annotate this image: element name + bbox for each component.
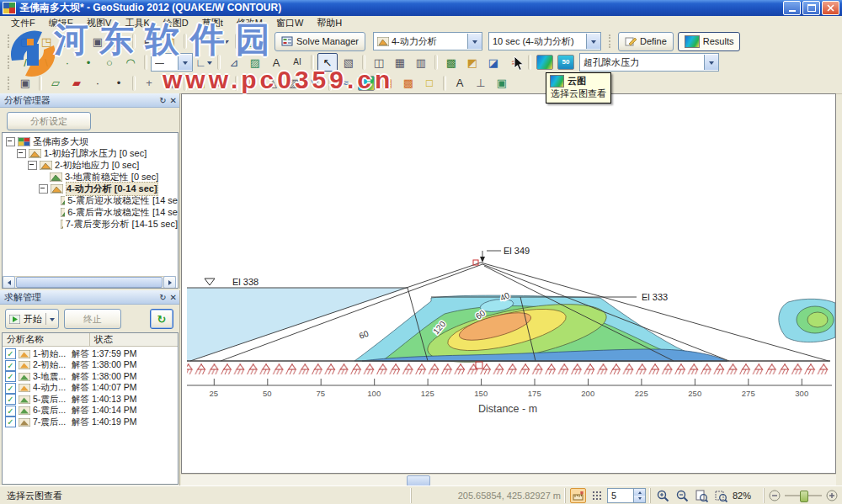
solve-panel-titlebar[interactable]: 求解管理 ↻ ✕ <box>0 290 179 305</box>
column-status[interactable]: 状态 <box>90 333 113 346</box>
zo om-in-icon[interactable] <box>655 488 671 503</box>
contour-b-icon[interactable] <box>358 76 375 91</box>
mesh-orange-b-icon[interactable]: ▩ <box>398 74 418 93</box>
collapse-icon[interactable] <box>28 161 37 170</box>
analysis-tree[interactable]: 圣佛南多大坝 1-初始孔隙水压力 [0 sec] 2-初始地应力 [0 sec]… <box>2 132 179 289</box>
view-materials-icon[interactable]: ◩ <box>462 53 482 72</box>
checkbox[interactable]: ✓ <box>5 371 16 382</box>
mesh-orange-icon[interactable]: ▦ <box>377 74 397 93</box>
analysis-combobox[interactable]: 4-动力分析 <box>373 32 482 50</box>
draw-nodes-icon[interactable]: • <box>109 74 129 93</box>
checkbox[interactable]: ✓ <box>5 383 16 394</box>
checkbox[interactable]: ✓ <box>5 394 16 405</box>
chevron-down-icon[interactable] <box>467 34 482 49</box>
copy-icon[interactable]: ◧ <box>139 32 159 50</box>
bc-fixed-icon[interactable]: ▮ <box>242 74 262 93</box>
mesh-icon[interactable]: ▦ <box>160 74 180 93</box>
menu-draw[interactable]: 绘图D <box>157 16 195 30</box>
chevron-down-icon[interactable] <box>178 55 192 70</box>
slider-plus-icon[interactable] <box>826 490 838 501</box>
results-button[interactable]: Results <box>678 32 741 51</box>
measure-tool-icon[interactable] <box>570 488 586 503</box>
animation-icon[interactable]: ▥ <box>411 53 431 72</box>
refresh-button[interactable]: ↻ <box>150 309 173 329</box>
draw-points-icon[interactable]: · <box>88 74 108 93</box>
solve-row[interactable]: ✓ 4-动力... 解答 1:40:07 PM <box>3 383 178 395</box>
restore-button[interactable] <box>802 1 820 15</box>
menu-sketch[interactable]: 草图t <box>196 16 229 30</box>
toolbar-grip[interactable] <box>8 56 12 69</box>
draw-arc-icon[interactable]: ◠ <box>120 53 141 72</box>
zoom-out-icon[interactable] <box>674 488 690 503</box>
draw-circle-icon[interactable]: ○ <box>99 53 120 72</box>
define-button[interactable]: Define <box>618 32 674 51</box>
note-icon[interactable]: □ <box>419 74 440 93</box>
select-arrow-icon[interactable]: ↖ <box>317 53 338 72</box>
image-view-icon[interactable]: ▣ <box>492 74 512 93</box>
keyin-data-icon[interactable]: ▣ <box>15 74 35 93</box>
start-button[interactable]: 开始 <box>5 309 59 329</box>
tree-horizontal-scrollbar[interactable] <box>3 276 176 288</box>
draw-regions-icon[interactable]: ▱ <box>45 74 66 93</box>
bc-water-icon[interactable]: ▽ <box>305 74 325 93</box>
view-regions-icon[interactable]: ◪ <box>483 53 504 72</box>
close-button[interactable] <box>822 1 839 15</box>
contour-view-icon[interactable] <box>536 55 553 70</box>
grid-toggle-icon[interactable] <box>589 488 605 503</box>
toolbar-grip[interactable] <box>8 34 12 48</box>
line-style-combobox[interactable]: — <box>151 53 193 72</box>
draw-point-icon[interactable]: · <box>57 53 77 72</box>
collapse-icon[interactable] <box>39 184 48 194</box>
save-icon[interactable]: ▦ <box>57 32 77 50</box>
collapse-icon[interactable] <box>6 137 15 146</box>
zoom-slider[interactable] <box>764 488 842 503</box>
sketch-axes-icon[interactable]: ∟ <box>194 53 214 72</box>
drawing-canvas[interactable]: El 349 El 338 El 333 60 120 60 40 255075… <box>181 93 836 474</box>
tree-item-4-selected[interactable]: 4-动力分析 [0-14 sec] <box>3 183 178 194</box>
checkbox[interactable]: ✓ <box>5 416 16 427</box>
close-icon[interactable]: ✕ <box>170 96 177 105</box>
menu-file[interactable]: 文件F <box>5 16 41 30</box>
toolbar-grip[interactable] <box>609 34 613 48</box>
scroll-left-icon[interactable] <box>3 276 15 289</box>
tree-item-7[interactable]: 7-震后变形分析 [14-15 sec] <box>3 218 178 230</box>
flux-icon[interactable]: ≈ <box>335 74 355 93</box>
checkbox[interactable]: ✓ <box>5 348 16 359</box>
menu-help[interactable]: 帮助H <box>311 16 348 30</box>
zoom-objects-icon[interactable] <box>713 488 729 503</box>
menu-edit[interactable]: 编辑E <box>43 16 79 30</box>
redo-icon[interactable]: ↷ <box>211 32 232 50</box>
spin-up-icon[interactable] <box>634 489 645 496</box>
analysis-settings-button[interactable]: 分析设定 <box>7 112 91 130</box>
measure-icon[interactable]: ⊥ <box>471 74 491 93</box>
tree-item-5[interactable]: 5-震后迎水坡稳定性 [14 se <box>3 194 178 206</box>
chevron-down-icon[interactable] <box>50 318 55 324</box>
analysis-panel-titlebar[interactable]: 分析管理器 ↻ ✕ <box>0 93 179 108</box>
column-name[interactable]: 分析名称 <box>3 333 90 346</box>
tree-item-1[interactable]: 1-初始孔隙水压力 [0 sec] <box>3 147 178 159</box>
bc-slope-icon[interactable]: ◭ <box>263 74 283 93</box>
menu-keyin[interactable]: 工具K <box>119 16 155 30</box>
checkbox[interactable]: ✓ <box>5 360 16 371</box>
draw-slope-line-icon[interactable]: / <box>15 53 35 72</box>
toolbar-grip[interactable] <box>8 77 12 90</box>
stop-button[interactable]: 终止 <box>64 309 121 329</box>
auto-hide-icon[interactable]: ↻ <box>159 293 166 302</box>
slider-thumb[interactable] <box>800 491 808 502</box>
grid-spacing-spinner[interactable]: 5 <box>607 488 646 503</box>
text-box-icon[interactable]: AI <box>287 53 307 72</box>
menu-modify[interactable]: 修改M <box>231 16 269 30</box>
solve-row[interactable]: ✓ 3-地震... 解答 1:38:00 PM <box>3 371 178 383</box>
checkbox[interactable]: ✓ <box>5 406 16 416</box>
menu-view[interactable]: 视图V <box>81 16 117 30</box>
open-folder-icon[interactable]: ◳ <box>36 32 56 50</box>
isoline-view-icon[interactable]: 50 <box>557 55 574 70</box>
scroll-right-icon[interactable] <box>163 276 176 289</box>
solve-manager-button[interactable]: Solve Manager <box>274 32 365 51</box>
tree-item-2[interactable]: 2-初始地应力 [0 sec] <box>3 159 178 171</box>
grid-icon[interactable]: + <box>139 74 159 93</box>
solve-row[interactable]: ✓ 7-震后... 解答 1:40:19 PM <box>3 416 178 428</box>
print-icon[interactable]: ▣ <box>88 32 108 50</box>
title-bar[interactable]: 圣佛南多大坝* - GeoStudio 2012 (QUAKE/W CONTOU… <box>0 0 842 16</box>
print-preview-icon[interactable]: ◫ <box>109 32 129 50</box>
